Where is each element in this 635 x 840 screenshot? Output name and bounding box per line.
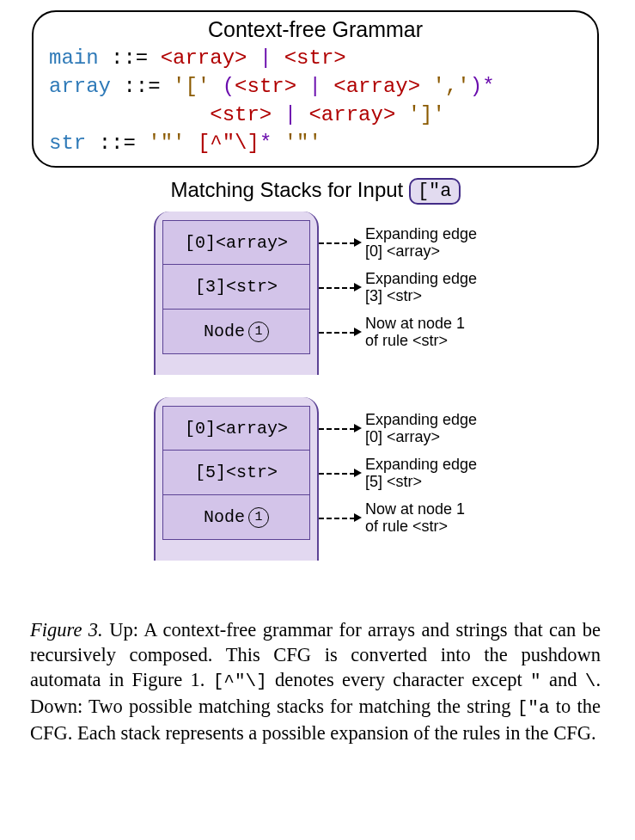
annotations-2: Expanding edge[0] <array> Expanding edge… <box>319 397 477 540</box>
annot-line1: Expanding edge <box>365 225 477 242</box>
annot-line1: Now at node 1 <box>365 500 465 518</box>
caption-text-2: denotes every character except <box>267 669 530 690</box>
arrow-icon <box>317 472 362 474</box>
stack-cell: Node 1 <box>162 310 310 354</box>
annotation-row: Expanding edge[5] <str> <box>319 451 477 495</box>
kleene-star: * <box>482 75 494 98</box>
annot-line1: Expanding edge <box>365 456 477 473</box>
literal-quote: '"' <box>284 132 321 155</box>
literal-quote: '"' <box>148 132 185 155</box>
stack-2: [0]<array> [5]<str> Node 1 <box>154 397 319 561</box>
annot-line1: Expanding edge <box>365 411 477 428</box>
nonterminal-str: <str> <box>210 103 272 126</box>
rule-name-str: str <box>49 132 86 155</box>
rule-name-array: array <box>49 75 111 98</box>
annotation-text: Expanding edge[3] <str> <box>365 270 477 304</box>
stack-cell: Node 1 <box>162 495 310 540</box>
nonterminal-array: <array> <box>333 75 420 98</box>
arrow-icon <box>317 517 362 518</box>
pipe: | <box>259 46 272 70</box>
annotation-row: Expanding edge[0] <array> <box>319 406 477 451</box>
cell-prefix: Node <box>204 322 245 341</box>
literal-comma: ',' <box>433 75 470 98</box>
cell-text: [3]<str> <box>195 277 278 297</box>
nonterminal-str: <str> <box>235 75 296 98</box>
char-class: [^"\] <box>198 132 259 155</box>
literal-lbracket: '[' <box>173 75 210 98</box>
figure-panel: Context-free Grammar main ::= <array> | … <box>0 0 635 840</box>
annotation-row: Expanding edge[0] <array> <box>319 220 477 265</box>
caption-quote: " <box>530 671 541 691</box>
grammar-box: Context-free Grammar main ::= <array> | … <box>32 10 599 168</box>
grammar-code: main ::= <array> | <str> array ::= '[' (… <box>49 44 582 157</box>
caption-input: ["a <box>517 698 550 718</box>
stack-1-area: [0]<array> [3]<str> Node 1 Expanding edg… <box>154 212 477 375</box>
caption-charclass: [^"\] <box>213 671 267 691</box>
annotation-text: Expanding edge[0] <array> <box>365 225 477 260</box>
cell-text: [5]<str> <box>195 463 278 482</box>
nonterminal-str: <str> <box>284 46 346 70</box>
annot-line2: of rule <str> <box>365 332 448 349</box>
lparen: ( <box>223 75 235 98</box>
stack-cell: [5]<str> <box>162 451 310 495</box>
annotation-row: Expanding edge[3] <str> <box>319 265 477 310</box>
arrow-icon <box>317 427 362 429</box>
stacks-container: [0]<array> [3]<str> Node 1 Expanding edg… <box>30 212 601 561</box>
pipe: | <box>309 75 321 98</box>
stack-cell: [0]<array> <box>162 220 310 265</box>
annot-line1: Now at node 1 <box>365 315 465 332</box>
rparen: ) <box>470 75 482 98</box>
annotation-text: Now at node 1of rule <str> <box>365 500 465 535</box>
cell-prefix: Node <box>204 507 245 527</box>
op-defines: ::= <box>111 46 148 70</box>
stack-2-area: [0]<array> [5]<str> Node 1 Expanding edg… <box>154 397 477 561</box>
annotation-row: Now at node 1of rule <str> <box>319 310 477 354</box>
figure-caption: Figure 3. Up: A context-free grammar for… <box>30 617 601 745</box>
annot-line2: [0] <array> <box>365 428 440 445</box>
op-defines: ::= <box>123 75 160 98</box>
op-defines: ::= <box>99 132 136 155</box>
literal-rbracket: ']' <box>408 103 445 126</box>
annot-line2: of rule <str> <box>365 518 448 535</box>
figure-label: Figure 3. <box>30 619 103 641</box>
annot-line2: [0] <array> <box>365 242 440 260</box>
arrow-icon <box>317 242 362 243</box>
stacks-heading: Matching Stacks for Input ["a <box>30 178 601 205</box>
nonterminal-array: <array> <box>161 46 247 70</box>
stack-cell: [0]<array> <box>162 406 310 451</box>
grammar-title: Context-free Grammar <box>49 17 582 42</box>
cell-text: [0]<array> <box>185 233 288 253</box>
node-id-circled: 1 <box>248 322 269 342</box>
annotation-text: Expanding edge[5] <str> <box>365 456 477 490</box>
pipe: | <box>284 103 296 126</box>
node-id-circled: 1 <box>248 507 269 528</box>
annot-line2: [3] <str> <box>365 287 422 304</box>
annotation-text: Now at node 1of rule <str> <box>365 315 465 349</box>
stack-1: [0]<array> [3]<str> Node 1 <box>154 212 319 375</box>
annot-line2: [5] <str> <box>365 473 422 490</box>
arrow-icon <box>317 286 362 288</box>
caption-backslash: \ <box>585 671 596 691</box>
nonterminal-array: <array> <box>308 103 395 126</box>
cell-text: [0]<array> <box>185 419 288 438</box>
caption-text-3: and <box>541 669 585 690</box>
heading-text: Matching Stacks for Input <box>170 178 403 201</box>
arrow-icon <box>317 331 362 333</box>
input-pill: ["a <box>409 178 461 205</box>
annotation-text: Expanding edge[0] <array> <box>365 411 477 445</box>
stack-cell: [3]<str> <box>162 265 310 310</box>
annotation-row: Now at node 1of rule <str> <box>319 495 477 540</box>
kleene-star: * <box>259 132 272 155</box>
rule-name-main: main <box>49 46 99 70</box>
annot-line1: Expanding edge <box>365 270 477 287</box>
annotations-1: Expanding edge[0] <array> Expanding edge… <box>319 212 477 354</box>
